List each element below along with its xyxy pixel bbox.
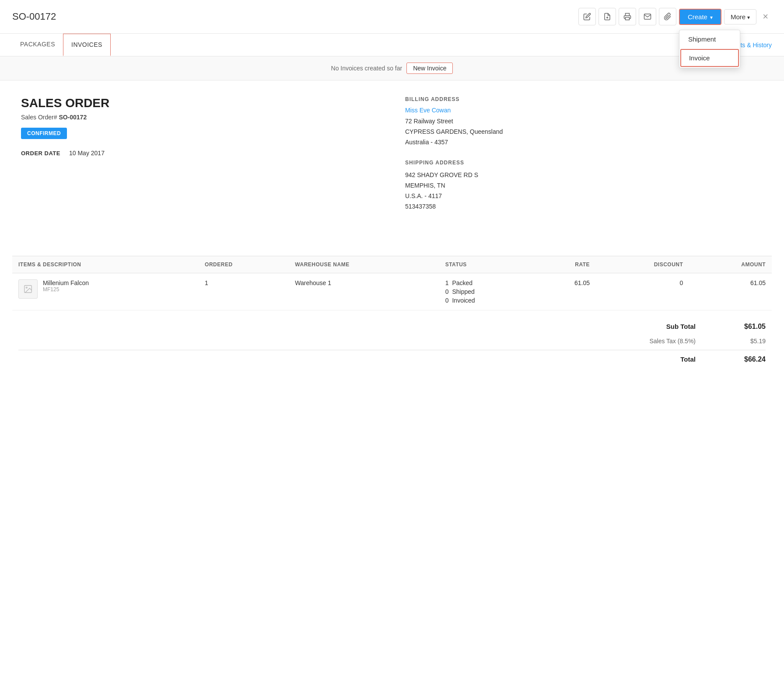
col-discount: DISCOUNT: [596, 256, 689, 273]
packed-label: Packed: [452, 279, 472, 286]
close-icon: ×: [763, 11, 768, 22]
subtotal-row: Sub Total $61.05: [12, 319, 772, 334]
col-rate: RATE: [534, 256, 596, 273]
print-button[interactable]: [619, 8, 636, 25]
email-button[interactable]: [639, 8, 656, 25]
table-row: Millenium Falcon MF125 1 Warehouse 1 1 P…: [12, 273, 772, 310]
order-date-row: ORDER DATE 10 May 2017: [21, 150, 379, 157]
item-discount: 0: [596, 273, 689, 310]
item-warehouse: Warehouse 1: [289, 273, 439, 310]
status-badge: CONFIRMED: [21, 128, 67, 139]
dropdown-item-invoice[interactable]: Invoice: [680, 49, 739, 67]
new-invoice-button[interactable]: New Invoice: [406, 63, 453, 74]
tabs-bar: PACKAGES INVOICES Comments & History: [0, 34, 784, 56]
svg-rect-2: [625, 17, 629, 20]
tax-value: $5.19: [731, 338, 766, 345]
create-dropdown-container: Create Shipment Invoice: [679, 9, 721, 25]
more-label: More: [731, 13, 746, 21]
item-image: [18, 279, 38, 299]
total-row: Total $66.24: [12, 352, 772, 367]
item-cell: Millenium Falcon MF125: [12, 273, 199, 310]
more-chevron-icon: [747, 13, 750, 21]
totals-divider: [18, 350, 766, 350]
subtotal-value: $61.05: [731, 323, 766, 331]
tabs-list: PACKAGES INVOICES: [12, 34, 111, 56]
create-dropdown-menu: Shipment Invoice: [679, 30, 740, 68]
sales-order-title: SALES ORDER: [21, 96, 379, 110]
create-button[interactable]: Create: [679, 9, 721, 25]
shipped-count: 0: [445, 288, 449, 295]
billing-address-section: BILLING ADDRESS Miss Eve Cowan 72 Railwa…: [405, 96, 763, 147]
total-value: $66.24: [731, 355, 766, 363]
item-rate: 61.05: [534, 273, 596, 310]
billing-address-name[interactable]: Miss Eve Cowan: [405, 107, 763, 114]
pdf-button[interactable]: [598, 8, 616, 25]
status-invoiced: 0 Invoiced: [445, 297, 528, 304]
chevron-down-icon: [710, 13, 713, 21]
col-ordered: ORDERED: [199, 256, 289, 273]
totals-section: Sub Total $61.05 Sales Tax (8.5%) $5.19 …: [12, 310, 772, 376]
more-button[interactable]: More: [724, 9, 756, 24]
create-label: Create: [688, 13, 707, 21]
shipping-address-section: SHIPPING ADDRESS 942 SHADY GROVE RD S ME…: [405, 160, 763, 212]
invoiced-count: 0: [445, 297, 449, 304]
item-amount: 61.05: [689, 273, 772, 310]
item-ordered: 1: [199, 273, 289, 310]
billing-address-title: BILLING ADDRESS: [405, 96, 763, 102]
col-amount: AMOUNT: [689, 256, 772, 273]
item-sku: MF125: [43, 286, 89, 293]
page-title: SO-00172: [12, 11, 56, 22]
status-shipped: 0 Shipped: [445, 288, 528, 295]
col-items: ITEMS & DESCRIPTION: [12, 256, 199, 273]
main-content: SALES ORDER Sales Order# SO-00172 CONFIR…: [0, 80, 784, 240]
close-button[interactable]: ×: [759, 9, 772, 24]
status-packed: 1 Packed: [445, 279, 528, 286]
no-invoices-banner: No Invoices created so far New Invoice: [0, 56, 784, 80]
shipping-address-title: SHIPPING ADDRESS: [405, 160, 763, 166]
order-date-value: 10 May 2017: [69, 150, 105, 157]
left-section: SALES ORDER Sales Order# SO-00172 CONFIR…: [21, 96, 379, 224]
tax-row: Sales Tax (8.5%) $5.19: [12, 334, 772, 348]
shipping-address-text: 942 SHADY GROVE RD S MEMPHIS, TN U.S.A. …: [405, 170, 763, 212]
order-date-label: ORDER DATE: [21, 150, 60, 157]
total-label: Total: [608, 355, 696, 363]
item-status: 1 Packed 0 Shipped 0 Invoiced: [439, 273, 534, 310]
items-table: ITEMS & DESCRIPTION ORDERED WAREHOUSE NA…: [12, 256, 772, 310]
attach-button[interactable]: [659, 8, 676, 25]
col-warehouse: WAREHOUSE NAME: [289, 256, 439, 273]
item-name: Millenium Falcon: [43, 279, 89, 286]
edit-button[interactable]: [578, 8, 596, 25]
billing-address-text: 72 Railway Street CYPRESS GARDENS, Queen…: [405, 116, 763, 147]
shipped-label: Shipped: [452, 288, 474, 295]
invoiced-label: Invoiced: [452, 297, 475, 304]
packed-count: 1: [445, 279, 449, 286]
tax-label: Sales Tax (8.5%): [608, 338, 696, 345]
dropdown-item-shipment[interactable]: Shipment: [679, 30, 740, 48]
header-actions: Create Shipment Invoice More ×: [578, 8, 772, 25]
tab-invoices[interactable]: INVOICES: [63, 34, 111, 56]
subtotal-label: Sub Total: [608, 323, 696, 330]
items-table-section: ITEMS & DESCRIPTION ORDERED WAREHOUSE NA…: [0, 256, 784, 388]
right-section: BILLING ADDRESS Miss Eve Cowan 72 Railwa…: [405, 96, 763, 224]
no-invoices-message: No Invoices created so far: [331, 65, 402, 72]
col-status: STATUS: [439, 256, 534, 273]
header: SO-00172 Create: [0, 0, 784, 34]
svg-point-4: [26, 287, 27, 288]
tab-packages[interactable]: PACKAGES: [12, 34, 63, 56]
sales-order-number: Sales Order# SO-00172: [21, 114, 379, 121]
